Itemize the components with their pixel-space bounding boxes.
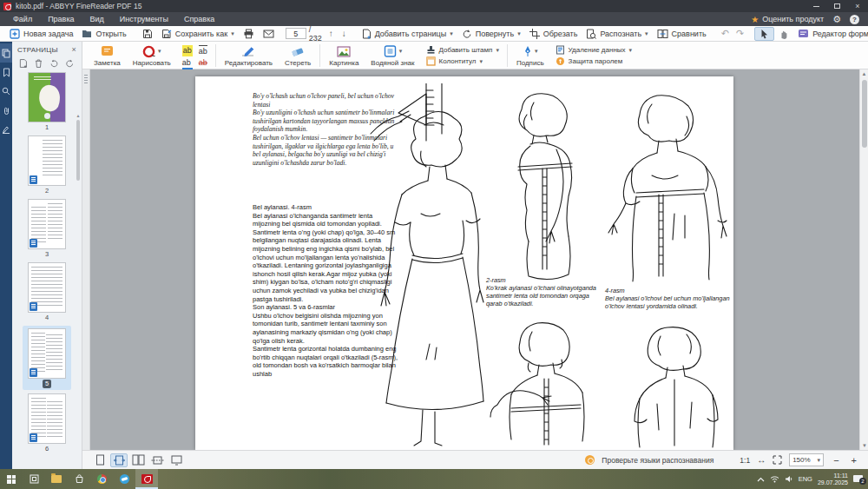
password-protect-button[interactable]: Защита паролем xyxy=(556,56,632,66)
save-button[interactable] xyxy=(138,27,157,41)
previous-page-button[interactable]: ↑ xyxy=(325,29,338,38)
help-icon[interactable]: ? xyxy=(850,15,859,24)
thumbnail-page-2[interactable]: 2 xyxy=(28,135,66,195)
maximize-button[interactable] xyxy=(826,0,847,12)
telegram-button[interactable] xyxy=(113,469,135,489)
header-footer-button[interactable]: Колонтитул ▾ xyxy=(426,56,499,66)
menu-view[interactable]: Вид xyxy=(82,12,112,26)
compare-button[interactable]: Сравнить xyxy=(653,27,711,41)
minimize-button[interactable] xyxy=(806,0,826,12)
store-button[interactable] xyxy=(68,469,90,489)
rotate-left-button[interactable] xyxy=(49,58,59,69)
taskbar-clock[interactable]: 11:11 29.07.2025 xyxy=(818,472,848,486)
email-button[interactable] xyxy=(259,27,279,41)
menu-help[interactable]: Справка xyxy=(176,12,222,26)
save-as-button[interactable]: Сохранить как ▾ xyxy=(157,27,239,41)
scroll-down-icon[interactable]: ▼ xyxy=(860,441,868,450)
note-button[interactable]: Заметка xyxy=(88,43,127,68)
thumbnail-image xyxy=(28,135,66,186)
digital-signature-panel-tab[interactable] xyxy=(0,120,12,139)
zoom-out-button[interactable]: − xyxy=(831,455,841,466)
panel-splitter[interactable] xyxy=(82,69,90,450)
highlight-text-button[interactable]: ab xyxy=(182,45,193,56)
thumbnail-page-6[interactable]: 6 xyxy=(28,393,66,453)
edit-button[interactable]: Редактировать xyxy=(219,43,279,68)
menu-edit[interactable]: Правка xyxy=(40,12,82,26)
menu-file[interactable]: Файл xyxy=(5,12,40,26)
two-page-view-button[interactable] xyxy=(129,453,147,467)
print-button[interactable] xyxy=(239,27,259,41)
bookmarks-panel-tab[interactable] xyxy=(0,63,12,82)
menu-tools[interactable]: Инструменты xyxy=(112,12,176,26)
file-explorer-button[interactable] xyxy=(45,469,68,489)
fit-width-button[interactable]: ↔ xyxy=(757,455,766,465)
fit-page-button[interactable] xyxy=(773,455,782,465)
settings-gear-icon[interactable]: ⚙ xyxy=(832,15,841,24)
underline-text-button[interactable]: ab xyxy=(182,57,193,69)
hand-tool-button[interactable] xyxy=(774,27,793,41)
attachments-panel-tab[interactable] xyxy=(0,101,12,120)
scrollbar-thumb[interactable] xyxy=(76,120,80,181)
thumbnail-page-3[interactable]: 3 xyxy=(28,199,66,259)
start-button[interactable] xyxy=(0,469,23,489)
fit-width-view-button[interactable] xyxy=(110,453,128,467)
delete-page-button[interactable] xyxy=(35,58,43,69)
undo-button[interactable]: ↶ xyxy=(718,28,733,39)
form-editor-button[interactable]: Редактор форм xyxy=(793,27,868,41)
rate-product-button[interactable]: ★ Оценить продукт xyxy=(751,15,824,24)
chrome-button[interactable] xyxy=(90,469,113,489)
picture-button[interactable]: Картинка xyxy=(323,43,365,68)
open-button[interactable]: Открыть xyxy=(77,27,130,41)
search-panel-tab[interactable] xyxy=(0,82,12,101)
redo-button[interactable]: ↷ xyxy=(733,28,747,39)
scroll-up-icon[interactable]: ▲ xyxy=(76,113,81,119)
notification-center-button[interactable]: 2 xyxy=(853,474,865,484)
crop-button[interactable]: Обрезать xyxy=(525,27,582,41)
zoom-in-button[interactable]: + xyxy=(849,455,859,466)
rotate-button[interactable]: Повернуть ▾ xyxy=(457,27,525,41)
vertical-scrollbar[interactable]: ▲ ▼ xyxy=(859,69,868,450)
single-page-view-button[interactable] xyxy=(91,453,108,467)
data-removal-button[interactable]: Удаление данных ▾ xyxy=(556,45,632,55)
check-languages-label[interactable]: Проверьте языки распознавания xyxy=(602,456,713,465)
rate-product-label: Оценить продукт xyxy=(762,15,824,23)
thumbnail-page-1[interactable]: 1 xyxy=(28,72,66,132)
network-icon[interactable] xyxy=(770,475,779,483)
erase-button[interactable]: Стереть xyxy=(279,43,317,68)
strikethrough-text-button[interactable]: ab xyxy=(199,57,207,69)
thumbnail-page-5-selected[interactable]: 5 xyxy=(23,326,71,390)
add-pages-button[interactable]: Добавить страницы ▾ xyxy=(358,27,457,41)
pages-panel-tab[interactable] xyxy=(0,43,12,63)
hidden-icons-chevron[interactable] xyxy=(757,477,765,482)
chevron-down-icon: ▾ xyxy=(399,48,403,55)
actual-size-button[interactable]: 1:1 xyxy=(740,456,750,465)
task-view-button[interactable] xyxy=(23,469,45,489)
thumbnail-page-4[interactable]: 4 xyxy=(28,262,66,322)
page-number-input[interactable] xyxy=(286,28,306,39)
add-stamp-button[interactable]: Добавить штамп ▾ xyxy=(426,45,499,55)
continuous-view-button[interactable] xyxy=(148,453,166,467)
scroll-up-icon[interactable]: ▲ xyxy=(860,69,868,78)
task-view-icon xyxy=(30,474,39,484)
figure-4-caption: 4-rasm Bel aylanasi o'lchovi bel uchun m… xyxy=(605,287,733,310)
select-tool-button[interactable] xyxy=(754,27,774,41)
panel-scrollbar[interactable]: ▲ xyxy=(76,113,81,466)
zoom-level-select[interactable]: 150% ▾ xyxy=(789,453,824,466)
draw-button[interactable]: ▾ Нарисовать xyxy=(127,43,177,68)
signature-button[interactable]: ▾ Подпись xyxy=(510,43,550,68)
new-task-button[interactable]: Новая задача xyxy=(5,27,77,41)
close-button[interactable]: × xyxy=(847,0,868,12)
document-viewport[interactable]: Bo'y o'lchash uchun o'lchov paneli, bel … xyxy=(82,69,868,450)
volume-icon[interactable] xyxy=(785,475,793,483)
recognize-button[interactable]: Распознать ▾ xyxy=(582,27,652,41)
next-page-button[interactable]: ↓ xyxy=(338,29,351,38)
finereader-taskbar-button[interactable] xyxy=(135,469,158,489)
rotate-right-button[interactable] xyxy=(65,58,75,69)
language-indicator[interactable]: ENG xyxy=(799,475,812,483)
overline-text-button[interactable]: ab xyxy=(199,45,207,56)
watermark-button[interactable]: ▾ Водяной знак xyxy=(365,43,420,68)
add-page-button[interactable] xyxy=(19,58,28,69)
close-panel-icon[interactable]: × xyxy=(72,45,76,54)
scrollbar-thumb[interactable] xyxy=(862,80,867,148)
presentation-view-button[interactable] xyxy=(168,453,185,467)
